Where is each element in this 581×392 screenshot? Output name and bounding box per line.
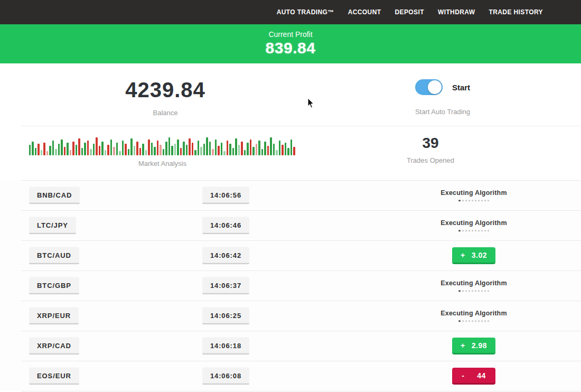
- nav-item-deposit[interactable]: DEPOSIT: [395, 8, 424, 16]
- market-bar: [41, 150, 43, 155]
- progress-dot: [465, 320, 467, 322]
- trade-time-badge: 14:06:25: [202, 307, 249, 324]
- market-bar: [136, 142, 138, 155]
- trades-opened-label: Trades Opened: [325, 156, 536, 164]
- trade-pair-badge: EOS/EUR: [29, 367, 79, 385]
- nav-item-auto-trading[interactable]: AUTO TRADING™: [277, 8, 334, 16]
- market-bar: [134, 146, 136, 155]
- progress-dot: [481, 230, 483, 231]
- trade-result-badge: -44: [452, 368, 495, 385]
- market-bar: [212, 149, 214, 155]
- progress-dot: [472, 200, 473, 201]
- trade-row: BNB/CAD14:06:56Executing Algorithm: [0, 180, 581, 210]
- progress-dot: [488, 290, 489, 292]
- progress-dot: [462, 200, 464, 201]
- market-bar: [61, 139, 63, 155]
- trade-time-cell: 14:06:18: [188, 337, 264, 354]
- market-bar: [171, 146, 173, 155]
- trade-time-badge: 14:06:18: [202, 337, 249, 354]
- toggle-knob: [428, 80, 442, 94]
- market-bar: [177, 139, 179, 155]
- current-profit-label: Current Profit: [0, 24, 581, 39]
- progress-dot: [462, 320, 464, 322]
- auto-trading-toggle[interactable]: [415, 79, 443, 95]
- market-bar: [128, 149, 130, 155]
- market-bar: [241, 142, 243, 155]
- progress-dots: [421, 320, 527, 322]
- market-bar: [72, 142, 74, 155]
- trade-time-cell: 14:06:46: [188, 217, 264, 234]
- progress-dot: [465, 200, 467, 201]
- market-bar: [46, 151, 49, 155]
- market-bar: [276, 150, 278, 155]
- market-bar: [270, 137, 272, 155]
- market-bar: [70, 150, 72, 155]
- market-bar: [52, 141, 54, 155]
- nav-item-trade-history[interactable]: TRADE HISTORY: [489, 8, 543, 16]
- progress-dot: [481, 200, 483, 201]
- market-bar: [160, 145, 162, 155]
- market-bar: [223, 151, 226, 155]
- market-bar: [267, 146, 269, 155]
- market-bar: [101, 142, 104, 155]
- market-bar: [116, 143, 118, 155]
- market-bar: [157, 141, 159, 155]
- progress-dots: [421, 200, 527, 202]
- trade-pair-badge: BTC/GBP: [29, 277, 79, 294]
- market-bar: [96, 137, 98, 155]
- market-bar: [282, 145, 284, 155]
- progress-dot: [468, 200, 470, 201]
- progress-dot: [475, 200, 476, 201]
- progress-dot: [488, 230, 489, 231]
- market-bar: [99, 146, 101, 155]
- nav-item-withdraw[interactable]: WITHDRAW: [438, 8, 475, 16]
- trade-status-cell: Executing Algorithm: [421, 189, 527, 202]
- progress-dot: [478, 320, 480, 322]
- trade-row: XRP/CAD14:06:18+2.98: [0, 331, 581, 361]
- market-bar: [198, 141, 200, 155]
- progress-dot: [475, 230, 476, 231]
- market-bar: [105, 150, 107, 155]
- progress-dots: [421, 230, 527, 232]
- progress-dot: [484, 200, 486, 201]
- balance-block: 4239.84 Balance: [0, 63, 331, 117]
- auto-trading-page: AUTO TRADING™ACCOUNTDEPOSITWITHDRAWTRADE…: [0, 0, 581, 392]
- top-nav: AUTO TRADING™ACCOUNTDEPOSITWITHDRAWTRADE…: [0, 0, 581, 24]
- market-analysis-chart: [29, 136, 296, 155]
- market-bar: [232, 148, 235, 155]
- trades-opened-block: 39 Trades Opened: [325, 126, 536, 164]
- result-sign: -: [462, 371, 464, 380]
- market-bar: [273, 144, 275, 155]
- market-bar: [32, 142, 34, 155]
- market-bar: [76, 145, 78, 155]
- executing-algorithm-label: Executing Algorithm: [421, 189, 527, 197]
- progress-dot: [462, 230, 464, 231]
- trade-status-cell: Executing Algorithm: [421, 310, 527, 322]
- market-bar: [151, 143, 153, 155]
- executing-algorithm-label: Executing Algorithm: [421, 310, 527, 317]
- market-bar: [58, 144, 60, 155]
- trade-time-cell: 14:06:37: [188, 277, 264, 294]
- progress-dot: [484, 320, 486, 322]
- market-bar: [180, 148, 182, 155]
- market-bar: [261, 149, 264, 155]
- progress-dot: [465, 230, 467, 231]
- trade-status-cell: +3.02: [421, 247, 527, 264]
- market-bar: [93, 144, 95, 155]
- market-bar: [186, 145, 188, 155]
- nav-item-account[interactable]: ACCOUNT: [348, 8, 381, 16]
- market-bar: [189, 138, 191, 155]
- progress-dot: [478, 230, 480, 231]
- market-bar: [43, 143, 45, 155]
- progress-dot: [465, 290, 467, 292]
- market-bar: [107, 145, 109, 155]
- market-bar: [81, 148, 83, 155]
- executing-algorithm-label: Executing Algorithm: [421, 219, 527, 227]
- progress-dot: [478, 290, 480, 292]
- trade-pair-badge: BTC/AUD: [29, 247, 79, 264]
- market-bar: [244, 150, 246, 155]
- trade-status-cell: Executing Algorithm: [421, 219, 527, 232]
- market-bar: [78, 138, 80, 155]
- trade-pair-cell: LTC/JPY: [29, 217, 76, 234]
- result-sign: +: [461, 251, 465, 259]
